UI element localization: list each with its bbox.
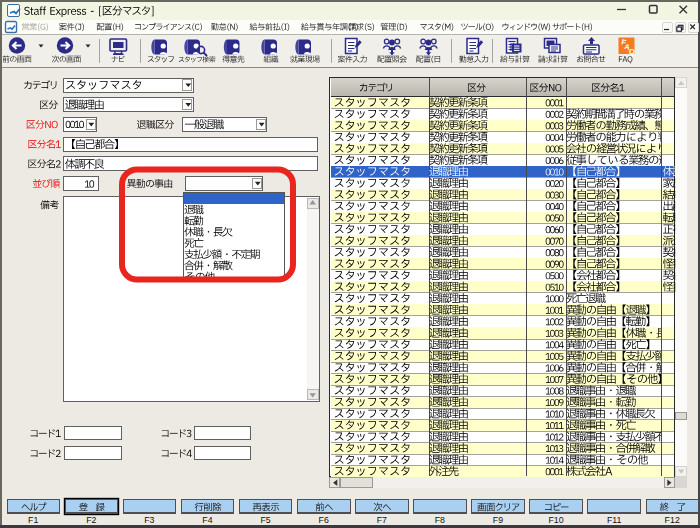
svg-text:F10: F10 — [549, 515, 564, 525]
svg-text:F8: F8 — [435, 515, 445, 525]
svg-text:F4: F4 — [202, 515, 212, 525]
svg-text:F7: F7 — [377, 515, 387, 525]
svg-text:F12: F12 — [665, 515, 680, 525]
svg-text:Q: Q — [628, 47, 636, 57]
svg-text:F3: F3 — [144, 515, 154, 525]
svg-text:F5: F5 — [260, 515, 270, 525]
svg-text:F1: F1 — [28, 515, 38, 525]
svg-text:F11: F11 — [607, 515, 622, 525]
svg-text:F6: F6 — [319, 515, 329, 525]
svg-text:F2: F2 — [86, 515, 96, 525]
svg-text:F9: F9 — [493, 515, 503, 525]
